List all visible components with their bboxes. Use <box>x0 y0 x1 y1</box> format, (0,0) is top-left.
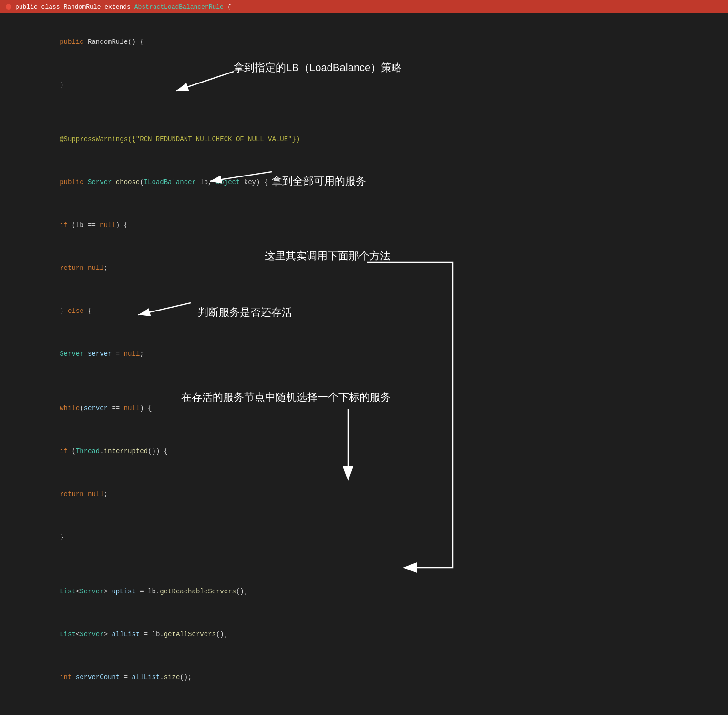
code-line: List<Server> allList = lb.getAllServers(… <box>0 608 728 651</box>
code-line: return null; <box>0 467 728 510</box>
line-content <box>24 371 728 381</box>
code-line <box>0 101 728 113</box>
code-line: List<Server> upList = lb.getReachableSer… <box>0 565 728 608</box>
line-content: int serverCount = allList.size(); <box>24 651 728 693</box>
code-line: public RandomRule() { <box>0 15 728 58</box>
code-line: int serverCount = allList.size(); <box>0 651 728 694</box>
code-line: public Server choose(ILoadBalancer lb, O… <box>0 155 728 198</box>
code-line <box>0 370 728 382</box>
code-line: return null; <box>0 241 728 284</box>
code-line: @SuppressWarnings({"RCN_REDUNDANT_NULLCH… <box>0 113 728 155</box>
line-content: if (serverCount == 0) { <box>24 694 728 715</box>
code-line: while(server == null) { <box>0 382 728 425</box>
line-content: List<Server> upList = lb.getReachableSer… <box>24 565 728 607</box>
line-content: if (lb == null) { <box>24 199 728 241</box>
line-content: public RandomRule() { <box>24 16 728 58</box>
line-content <box>24 554 728 564</box>
code-line: } <box>0 58 728 101</box>
top-bar: public class RandomRule extends Abstract… <box>0 0 728 13</box>
line-content: } <box>24 511 728 553</box>
code-line: if (Thread.interrupted()) { <box>0 425 728 467</box>
line-content <box>24 102 728 112</box>
code-line: if (serverCount == 0) { <box>0 694 728 715</box>
line-content: } <box>24 59 728 101</box>
code-container: public class RandomRule extends Abstract… <box>0 0 728 715</box>
code-line <box>0 553 728 565</box>
code-line: } <box>0 510 728 553</box>
line-content: public Server choose(ILoadBalancer lb, O… <box>24 156 728 198</box>
line-content: List<Server> allList = lb.getAllServers(… <box>24 608 728 650</box>
top-bar-dot <box>6 4 11 10</box>
line-content: Server server = null; <box>24 328 728 370</box>
code-area: public RandomRule() { } @SuppressWarning… <box>0 13 728 715</box>
code-line: } else { <box>0 284 728 327</box>
line-content: return null; <box>24 242 728 284</box>
line-content: return null; <box>24 468 728 510</box>
line-content: @SuppressWarnings({"RCN_REDUNDANT_NULLCH… <box>24 113 728 155</box>
top-bar-title: public class RandomRule extends Abstract… <box>15 3 231 10</box>
code-line: Server server = null; <box>0 327 728 370</box>
line-content: while(server == null) { <box>24 382 728 424</box>
line-content: if (Thread.interrupted()) { <box>24 425 728 467</box>
line-content: } else { <box>24 285 728 327</box>
code-line: if (lb == null) { <box>0 198 728 241</box>
